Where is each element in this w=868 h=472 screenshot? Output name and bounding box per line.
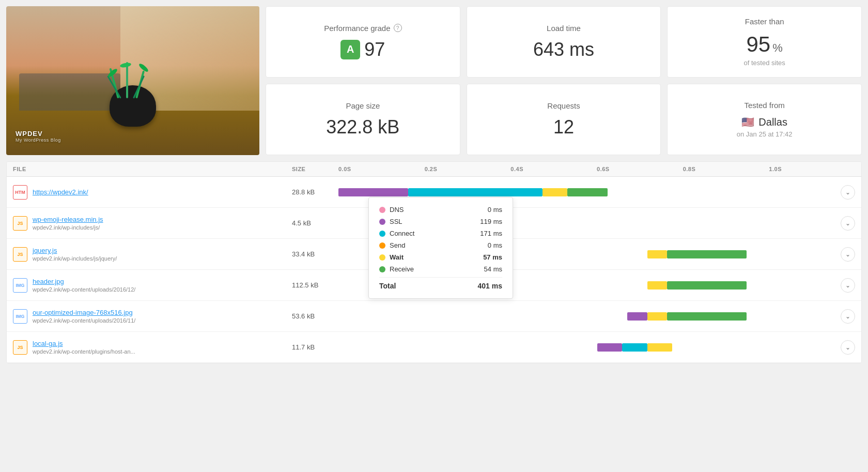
file-size-5: 11.7 kB	[292, 343, 338, 351]
file-column-header: FILE	[13, 166, 292, 172]
file-timeline-4	[338, 311, 836, 322]
bar-wait-2	[647, 250, 668, 258]
legend-row-receive: Receive 54 ms	[379, 265, 502, 273]
ssl-label: SSL	[390, 218, 402, 225]
timeline-label-04s: 0.4s	[510, 166, 597, 172]
performance-grade-value: A 97	[340, 39, 385, 60]
file-info-2: JS jquery.js wpdev2.ink/wp-includes/js/j…	[13, 247, 292, 262]
faster-than-label: Faster than	[745, 17, 784, 26]
file-timeline-0	[338, 187, 836, 197]
file-link-4[interactable]: our-optimized-image-768x516.jpg	[33, 309, 135, 316]
timeline-labels: 0.0s 0.2s 0.4s 0.6s 0.8s 1.0s	[338, 166, 855, 172]
file-size-4: 53.6 kB	[292, 312, 338, 320]
file-icon-js: JS	[13, 216, 27, 231]
faster-than-card: Faster than 95 % of tested sites	[667, 6, 862, 78]
requests-value: 12	[553, 116, 574, 138]
us-flag-icon: 🇺🇸	[741, 116, 754, 128]
table-row: IMG our-optimized-image-768x516.jpg wpde…	[7, 301, 861, 332]
couch-shape	[19, 73, 120, 111]
bar-receive-3	[667, 281, 747, 290]
timeline-label-02s: 0.2s	[425, 166, 511, 172]
connect-color-dot	[379, 231, 385, 237]
performance-grade-label: Performance grade ?	[324, 24, 401, 33]
legend-popup: DNS 0 ms SSL 119 ms Connect 171 ms Send …	[368, 197, 513, 299]
file-link-0[interactable]: https://wpdev2.ink/	[33, 188, 88, 196]
total-label: Total	[379, 282, 396, 290]
page-size-value: 322.8 kB	[326, 116, 399, 138]
legend-row-send: Send 0 ms	[379, 241, 502, 249]
file-info-5: JS local-ga.js wpdev2.ink/wp-content/plu…	[13, 340, 292, 355]
file-name-col-1: wp-emoji-release.min.js wpdev2.ink/wp-in…	[33, 216, 103, 231]
send-color-dot	[379, 242, 385, 249]
file-name-col-4: our-optimized-image-768x516.jpg wpdev2.i…	[33, 309, 135, 324]
page-size-label: Page size	[346, 101, 380, 110]
receive-value: 54 ms	[484, 265, 502, 273]
timeline-label-08s: 0.8s	[683, 166, 769, 172]
file-info-3: IMG header.jpg wpdev2.ink/wp-content/upl…	[13, 278, 292, 293]
file-path-2: wpdev2.ink/wp-includes/js/jquery/	[33, 255, 117, 262]
connect-label: Connect	[390, 230, 414, 237]
file-name-col-3: header.jpg wpdev2.ink/wp-content/uploads…	[33, 278, 135, 293]
expand-button-0[interactable]: ⌄	[841, 185, 855, 200]
file-link-3[interactable]: header.jpg	[33, 278, 135, 285]
file-path-4: wpdev2.ink/wp-content/uploads/2016/11/	[33, 317, 135, 324]
file-table: FILE SIZE 0.0s 0.2s 0.4s 0.6s 0.8s 1.0s …	[6, 161, 862, 363]
bar-wait-4	[647, 312, 668, 321]
file-name-col-0: https://wpdev2.ink/	[33, 188, 88, 196]
bar-wait-5	[647, 343, 672, 352]
wait-color-dot	[379, 254, 385, 261]
file-link-2[interactable]: jquery.js	[33, 247, 117, 254]
tested-from-label: Tested from	[744, 101, 784, 110]
dns-label: DNS	[390, 206, 404, 214]
tested-from-card: Tested from 🇺🇸 Dallas on Jan 25 at 17:42	[667, 84, 862, 155]
expand-button-1[interactable]: ⌄	[841, 216, 855, 231]
legend-row-ssl: SSL 119 ms	[379, 218, 502, 225]
file-size-3: 112.5 kB	[292, 281, 338, 289]
requests-card: Requests 12	[467, 84, 661, 155]
expand-button-5[interactable]: ⌄	[841, 340, 855, 355]
file-info-1: JS wp-emoji-release.min.js wpdev2.ink/wp…	[13, 216, 292, 231]
receive-color-dot	[379, 266, 385, 272]
faster-than-value: 95	[747, 32, 771, 57]
timeline-label-0s: 0.0s	[338, 166, 425, 172]
file-icon-html: HTM	[13, 185, 27, 200]
page-size-card: Page size 322.8 kB	[266, 84, 460, 155]
legend-total-row: Total 401 ms	[379, 277, 502, 290]
expand-button-4[interactable]: ⌄	[841, 309, 855, 324]
file-info-4: IMG our-optimized-image-768x516.jpg wpde…	[13, 309, 292, 324]
requests-label: Requests	[547, 101, 580, 110]
bar-ssl-5	[597, 343, 622, 352]
faster-than-unit: %	[772, 41, 783, 55]
expand-button-2[interactable]: ⌄	[841, 247, 855, 262]
size-column-header: SIZE	[292, 166, 338, 172]
expand-button-3[interactable]: ⌄	[841, 278, 855, 293]
file-path-5: wpdev2.ink/wp-content/plugins/host-an...	[33, 348, 135, 355]
connect-value: 171 ms	[480, 230, 502, 237]
legend-row-dns: DNS 0 ms	[379, 206, 502, 214]
file-name-col-2: jquery.js wpdev2.ink/wp-includes/js/jque…	[33, 247, 117, 262]
bar-ssl-0	[338, 188, 408, 196]
legend-row-wait: Wait 57 ms	[379, 253, 502, 261]
help-icon[interactable]: ?	[394, 24, 402, 32]
bar-ssl-4	[627, 312, 647, 321]
bar-connect-5	[622, 343, 647, 352]
site-sublabel: My WordPress Blog	[16, 138, 61, 143]
file-link-1[interactable]: wp-emoji-release.min.js	[33, 216, 103, 223]
ssl-value: 119 ms	[480, 218, 502, 225]
table-row: JS local-ga.js wpdev2.ink/wp-content/plu…	[7, 332, 861, 363]
metrics-grid: Performance grade ? A 97 Load time 643 m…	[266, 6, 862, 155]
legend-row-connect: Connect 171 ms	[379, 230, 502, 237]
total-value: 401 ms	[478, 282, 502, 290]
load-time-card: Load time 643 ms	[467, 6, 661, 78]
timeline-label-10s: 1.0s	[769, 166, 855, 172]
dns-color-dot	[379, 207, 385, 213]
send-value: 0 ms	[488, 241, 502, 249]
file-timeline-5	[338, 342, 836, 353]
file-link-5[interactable]: local-ga.js	[33, 340, 135, 347]
receive-label: Receive	[390, 265, 414, 273]
file-size-0: 28.8 kB	[292, 188, 338, 196]
load-time-label: Load time	[547, 24, 581, 33]
site-watermark: WPDEV My WordPress Blog	[16, 130, 61, 143]
tested-from-location: 🇺🇸 Dallas	[741, 116, 787, 128]
file-icon-img: IMG	[13, 278, 27, 293]
